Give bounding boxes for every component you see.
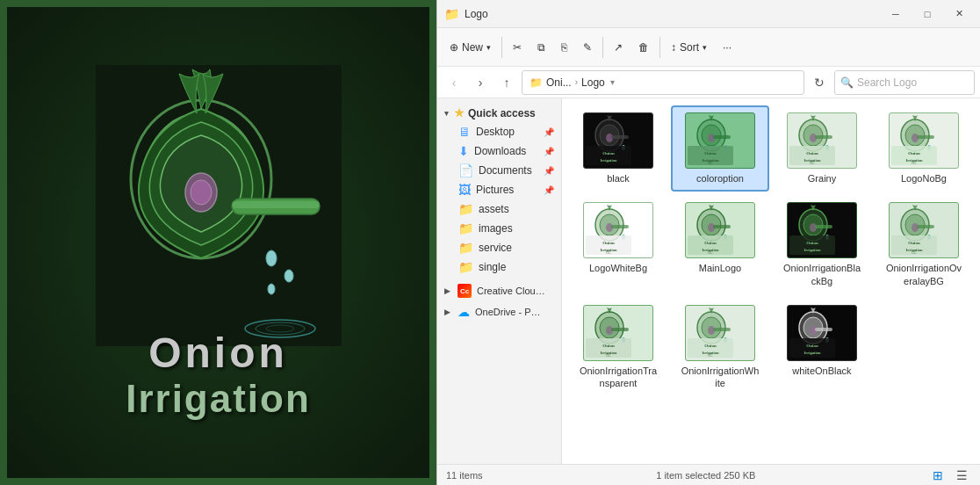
- logo-irrigation-text: Irrigation: [96, 377, 342, 421]
- cc-chevron: ▶: [444, 286, 450, 295]
- file-item-OnionIrrigationWhite[interactable]: Onion Irrigation LLC OnionIrrigationWhit…: [671, 298, 769, 397]
- sort-button[interactable]: ↕ Sort ▾: [664, 33, 714, 62]
- file-thumb: Onion Irrigation LLC: [889, 202, 959, 258]
- svg-text:LLC: LLC: [708, 251, 713, 255]
- svg-text:Irrigation: Irrigation: [804, 248, 821, 252]
- breadcrumb[interactable]: 📁 Oni... › Logo ▾: [522, 70, 804, 95]
- title-bar: 📁 Logo ─ □ ✕: [437, 0, 980, 28]
- pin-icon-pics: 📌: [544, 185, 554, 195]
- onedrive-label: OneDrive - Perso...: [475, 307, 545, 317]
- svg-text:Onion: Onion: [602, 344, 615, 348]
- thumb-inner: Onion Irrigation: [584, 113, 652, 168]
- file-item-Grainy[interactable]: Onion Irrigation LLC Grainy: [773, 105, 871, 192]
- onion-illustration: [96, 65, 342, 346]
- file-item-coloroption[interactable]: Onion Irrigation LLC coloroption: [671, 105, 769, 192]
- sidebar-item-assets[interactable]: 📁 assets: [437, 199, 561, 219]
- copy-icon: ⧉: [537, 41, 545, 54]
- maximize-button[interactable]: □: [913, 4, 941, 24]
- paste-button[interactable]: ⎘: [554, 33, 574, 62]
- sidebar-item-documents[interactable]: 📄 Documents 📌: [437, 161, 561, 180]
- main-area: ▾ ★ Quick access 🖥 Desktop 📌 ⬇ Downloads…: [437, 98, 980, 464]
- file-item-OnionIrrigationBlackBg[interactable]: Onion Irrigation OnionIrrigationBlackBg: [773, 195, 871, 294]
- file-thumb: Onion Irrigation LLC: [685, 202, 755, 258]
- refresh-button[interactable]: ↻: [808, 71, 831, 94]
- svg-point-5: [191, 180, 212, 205]
- svg-rect-77: [815, 225, 832, 228]
- svg-text:Onion: Onion: [908, 241, 920, 245]
- assets-label: assets: [479, 203, 509, 215]
- file-name: LogoNoBg: [901, 172, 947, 185]
- more-button[interactable]: ···: [716, 33, 739, 62]
- close-button[interactable]: ✕: [945, 4, 973, 24]
- status-bar: 11 items 1 item selected 250 KB ⊞ ☰: [437, 464, 980, 485]
- sidebar-item-onedrive[interactable]: ▶ ☁ OneDrive - Perso...: [437, 301, 561, 322]
- rename-button[interactable]: ✎: [576, 33, 599, 62]
- copy-button[interactable]: ⧉: [530, 33, 552, 62]
- svg-point-9: [285, 270, 293, 282]
- thumb-inner: Onion Irrigation LLC: [686, 113, 754, 168]
- quick-access-header[interactable]: ▾ ★ Quick access: [437, 104, 561, 122]
- back-button[interactable]: ‹: [443, 71, 465, 94]
- file-item-black[interactable]: Onion Irrigation black: [569, 105, 667, 192]
- thumb-svg: Onion Irrigation LLC: [890, 114, 957, 167]
- svg-text:Onion: Onion: [704, 344, 717, 348]
- file-item-LogoNoBg[interactable]: Onion Irrigation LLC LogoNoBg: [875, 105, 973, 192]
- minimize-button[interactable]: ─: [882, 4, 910, 24]
- sidebar-item-creative-cloud[interactable]: ▶ Cc Creative Cloud F...: [437, 280, 561, 301]
- sidebar-item-downloads[interactable]: ⬇ Downloads 📌: [437, 141, 561, 161]
- sidebar-item-service[interactable]: 📁 service: [437, 238, 561, 257]
- svg-text:Onion: Onion: [704, 241, 717, 245]
- file-item-OnionIrrigationOveralayBG[interactable]: Onion Irrigation LLC OnionIrrigationOver…: [875, 195, 973, 294]
- docs-label: Documents: [479, 164, 532, 177]
- separator-1: [501, 37, 502, 58]
- sidebar-item-single[interactable]: 📁 single: [437, 257, 561, 277]
- file-name: OnionIrrigationOveralayBG: [884, 262, 963, 287]
- up-button[interactable]: ↑: [495, 71, 518, 94]
- file-item-whiteOnBlack[interactable]: Onion Irrigation whiteOnBlack: [773, 298, 871, 397]
- forward-button[interactable]: ›: [469, 71, 492, 94]
- new-chevron: ▾: [486, 43, 491, 52]
- file-thumb: Onion Irrigation LLC: [787, 112, 857, 169]
- svg-rect-106: [713, 328, 731, 331]
- files-grid: Onion Irrigation black: [569, 105, 973, 396]
- svg-text:LLC: LLC: [606, 353, 611, 357]
- file-item-MainLogo[interactable]: Onion Irrigation LLC MainLogo: [671, 195, 769, 294]
- new-button[interactable]: ⊕ New ▾: [443, 33, 498, 62]
- file-thumb: Onion Irrigation LLC: [583, 305, 653, 361]
- sidebar-item-pictures[interactable]: 🖼 Pictures 📌: [437, 180, 561, 199]
- file-item-OnionIrrigationTransparent[interactable]: Onion Irrigation LLC OnionIrrigationTran…: [569, 298, 667, 397]
- window-title: Logo: [465, 8, 488, 20]
- selected-info: 1 item selected 250 KB: [656, 470, 755, 481]
- grid-view-button[interactable]: ⊞: [929, 467, 947, 484]
- file-item-LogoWhiteBg[interactable]: Onion Irrigation LLC LogoWhiteBg: [569, 195, 667, 294]
- bc-dropdown-arrow: ▾: [610, 77, 615, 87]
- paste-icon: ⎘: [561, 41, 567, 54]
- file-thumb: Onion Irrigation: [787, 202, 857, 258]
- file-name: whiteOnBlack: [792, 365, 851, 377]
- sidebar-item-desktop[interactable]: 🖥 Desktop 📌: [437, 122, 561, 141]
- file-thumb: Onion Irrigation LLC: [685, 305, 755, 361]
- delete-button[interactable]: 🗑: [631, 33, 656, 62]
- svg-text:Onion: Onion: [806, 241, 818, 245]
- onedrive-icon: ☁: [458, 305, 470, 319]
- thumb-inner: Onion Irrigation LLC: [686, 306, 754, 360]
- quick-access-label: Quick access: [468, 107, 536, 119]
- search-placeholder: Search Logo: [857, 76, 917, 89]
- share-button[interactable]: ↗: [607, 33, 630, 62]
- search-icon: 🔍: [840, 76, 854, 89]
- new-icon: ⊕: [450, 41, 458, 54]
- desktop-icon: 🖥: [458, 125, 471, 139]
- cut-button[interactable]: ✂: [506, 33, 529, 62]
- title-bar-left: 📁 Logo: [444, 7, 488, 21]
- file-name: OnionIrrigationBlackBg: [782, 262, 861, 287]
- thumb-inner: Onion Irrigation LLC: [890, 203, 958, 257]
- svg-text:Onion: Onion: [602, 241, 615, 245]
- single-folder-icon: 📁: [458, 260, 473, 274]
- rename-icon: ✎: [583, 41, 592, 54]
- search-bar[interactable]: 🔍 Search Logo: [834, 70, 975, 95]
- list-view-button[interactable]: ☰: [954, 467, 971, 484]
- thumb-inner: Onion Irrigation: [788, 306, 856, 360]
- downloads-label: Downloads: [474, 145, 526, 157]
- sidebar-item-images[interactable]: 📁 images: [437, 219, 561, 238]
- file-name: OnionIrrigationWhite: [681, 365, 760, 390]
